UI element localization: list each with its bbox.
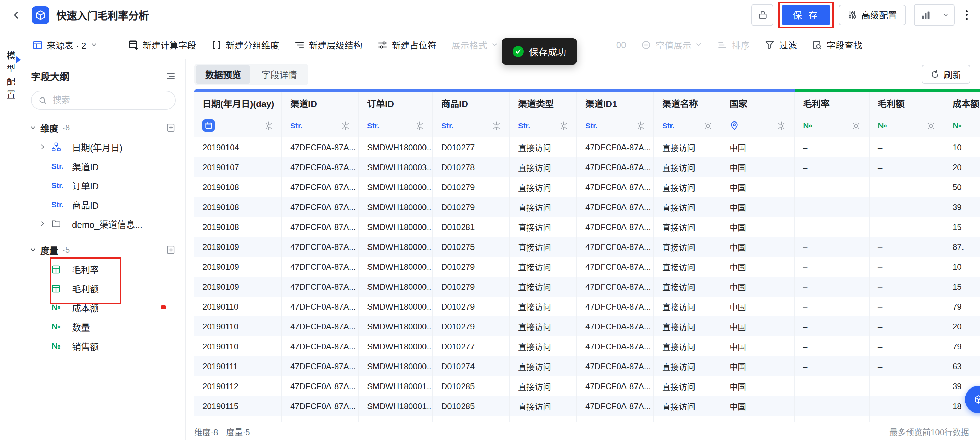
save-button[interactable]: 保 存 [782, 5, 830, 25]
column-settings-gear-icon[interactable] [852, 121, 861, 130]
outline-icon[interactable] [166, 72, 176, 81]
expand-chevron-icon[interactable] [39, 143, 47, 150]
table-cell: 直接访问 [654, 336, 721, 356]
column-type-cell: Str. № [433, 115, 510, 137]
column-settings-gear-icon[interactable] [264, 121, 273, 130]
advanced-config-button[interactable]: 高级配置 [838, 5, 906, 25]
preview-limit-note: 最多预览前100行数据 [889, 425, 969, 437]
source-table-selector[interactable]: 来源表 · 2 [32, 38, 97, 51]
table-cell: 47DFCF0A-87A... [282, 336, 359, 356]
advanced-config-label: 高级配置 [861, 8, 897, 21]
field-item[interactable]: Str. № 数量 [21, 317, 185, 336]
field-item[interactable]: Str. № 销售额 [21, 336, 185, 356]
new-calc-field-button[interactable]: 新建计算字段 [128, 38, 196, 51]
bar-chart-icon[interactable] [915, 5, 937, 25]
field-item[interactable]: Str. № 商品ID [21, 195, 185, 214]
table-cell: 20190111 [194, 356, 282, 376]
field-label: 数量 [72, 320, 90, 333]
table-cell: D010281 [433, 217, 510, 237]
back-button[interactable] [8, 6, 25, 23]
column-settings-gear-icon[interactable] [636, 121, 645, 130]
field-search-button[interactable]: 字段查找 [812, 38, 862, 51]
table-cell: D010279 [433, 277, 510, 297]
table-cell: 中国 [721, 396, 795, 416]
dimension-section-header[interactable]: 维度 ·8 [21, 118, 185, 137]
table-cell: – [870, 376, 944, 396]
field-search-box[interactable] [31, 91, 176, 110]
column-type-cell: Str. № [194, 115, 282, 137]
table-row: 20190108 47DFCF0A-87A... SMDWH180000... … [194, 197, 980, 217]
field-item[interactable]: Str. № demo_渠道信息... [21, 214, 185, 233]
expand-chevron-icon[interactable] [39, 220, 47, 227]
add-measure-icon[interactable] [166, 245, 176, 255]
table-cell: – [870, 237, 944, 257]
refresh-button[interactable]: 刷新 [922, 65, 970, 84]
table-cell: 47DFCF0A-87A... [282, 416, 359, 422]
field-item[interactable]: Str. № 毛利率 [21, 260, 185, 279]
table-cell: 47DFCF0A-87A... [577, 336, 654, 356]
string-type-icon: Str. [51, 201, 68, 209]
field-label: 成本额 [72, 301, 99, 314]
preview-tabs: 数据预览 字段详情 [194, 64, 308, 85]
field-item[interactable]: Str. № 日期(年月日) [21, 137, 185, 156]
table-cell: 直接访问 [654, 257, 721, 277]
table-row: 20190108 47DFCF0A-87A... SMDWH180000... … [194, 177, 980, 197]
lock-button[interactable] [752, 4, 774, 26]
table-cell: SMDWH180000... [359, 197, 433, 217]
column-settings-gear-icon[interactable] [926, 121, 935, 130]
expand-rail-arrow-icon[interactable] [16, 56, 21, 63]
measure-accent [795, 89, 980, 92]
column-settings-gear-icon[interactable] [703, 121, 712, 130]
field-item[interactable]: Str. № 毛利额 [21, 279, 185, 298]
table-cell: 直接访问 [654, 137, 721, 157]
more-menu-button[interactable] [963, 6, 970, 24]
table-cell: 10 [944, 137, 980, 157]
geo-type-icon [730, 121, 739, 131]
column-type-cell: Str. № [795, 115, 870, 137]
table-cell: – [795, 356, 870, 376]
null-circle-icon [641, 40, 652, 50]
table-cell: SMDWH180000... [359, 336, 433, 356]
table-cell: 47DFCF0A-87A... [577, 257, 654, 277]
table-cell: 直接访问 [510, 177, 577, 197]
chevron-down-icon[interactable] [30, 246, 37, 253]
table-cell: 20190108 [194, 197, 282, 217]
tab-data-preview[interactable]: 数据预览 [196, 65, 250, 83]
table-cell: SMDWH180000... [359, 316, 433, 336]
column-settings-gear-icon[interactable] [559, 121, 568, 130]
sort-button: 排序 [718, 38, 750, 51]
column-settings-gear-icon[interactable] [777, 121, 786, 130]
field-label: 日期(年月日) [72, 140, 123, 153]
tab-field-detail[interactable]: 字段详情 [252, 65, 307, 83]
table-cell: 直接访问 [654, 396, 721, 416]
table-cell: 中国 [721, 157, 795, 177]
filter-button[interactable]: 过滤 [765, 38, 797, 51]
search-input[interactable] [51, 95, 168, 106]
chart-split-button[interactable] [914, 4, 955, 26]
column-settings-gear-icon[interactable] [341, 121, 350, 130]
column-settings-gear-icon[interactable] [492, 121, 501, 130]
table-cell: – [795, 137, 870, 157]
column-type-cell: Str. № [721, 115, 795, 137]
table-cell: 47DFCF0A-87A... [577, 177, 654, 197]
column-settings-gear-icon[interactable] [415, 121, 424, 130]
table-cell: 中国 [721, 416, 795, 422]
chevron-down-icon[interactable] [30, 124, 37, 131]
table-cell: – [795, 376, 870, 396]
model-config-rail[interactable]: 模型配置 [0, 30, 21, 440]
chevron-down-icon[interactable] [937, 5, 954, 25]
table-cell: 直接访问 [510, 396, 577, 416]
table-cell: 直接访问 [510, 376, 577, 396]
string-type-icon: Str. [51, 162, 68, 170]
clipped-toolbar-text: 00 [616, 40, 626, 50]
table-cell: 直接访问 [510, 217, 577, 237]
new-group-dimension-button[interactable]: 新建分组维度 [212, 38, 279, 51]
field-item[interactable]: Str. № 订单ID [21, 176, 185, 195]
field-item[interactable]: Str. № 渠道ID [21, 156, 185, 176]
measure-section-header[interactable]: 度量 ·5 [21, 240, 185, 260]
new-placeholder-button[interactable]: 新建占位符 [377, 38, 436, 51]
column-header-cell: 渠道类型 [510, 92, 577, 115]
add-dimension-icon[interactable] [166, 123, 176, 132]
new-hierarchy-button[interactable]: 新建层级结构 [294, 38, 362, 51]
string-type-icon: Str. [585, 121, 597, 130]
